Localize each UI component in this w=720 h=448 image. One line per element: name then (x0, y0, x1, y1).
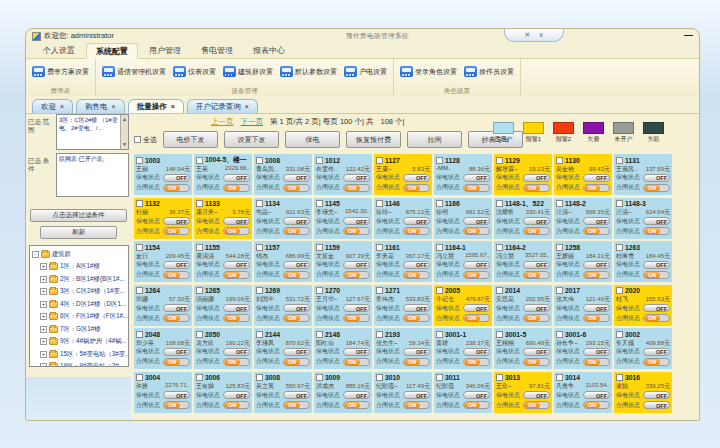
baodian-toggle[interactable] (343, 348, 370, 356)
card-checkbox[interactable] (136, 244, 143, 251)
ribbon-button[interactable]: 登录角色设置 (398, 63, 459, 80)
tree-item-2[interactable]: +2区：B区1#楼(B区1#... (32, 273, 128, 286)
meter-card[interactable]: 1159文富金907.39元保电状态合闸状态 (314, 241, 372, 282)
card-checkbox[interactable] (256, 374, 263, 381)
meter-card[interactable]: 1133康月美~3.78元保电状态合闸状态 (194, 198, 252, 239)
meter-card[interactable]: 1258王媛丽184.31元保电状态合闸状态 (554, 241, 612, 282)
ribbon-button[interactable]: 户电设置 (342, 63, 389, 80)
baodian-toggle[interactable] (163, 391, 190, 399)
card-checkbox[interactable] (376, 200, 383, 207)
card-checkbox[interactable] (256, 200, 263, 207)
meter-card[interactable]: 2017张大伟121.40元保电状态合闸状态 (554, 285, 612, 326)
doc-tab-2[interactable]: 购售电× (76, 99, 125, 113)
tab-close-icon[interactable]: × (112, 103, 116, 110)
card-checkbox[interactable] (436, 331, 443, 338)
baodian-toggle[interactable] (343, 304, 370, 312)
card-checkbox[interactable] (436, 374, 443, 381)
menu-tab-5[interactable]: 报表中心 (244, 43, 294, 58)
hezha-toggle[interactable] (643, 358, 670, 366)
tree-item-7[interactable]: +9区：4#锅炉房（4#锅... (32, 336, 128, 349)
meter-card[interactable]: 1148-1、522沈耀铁330.41元保电状态合闸状态 (494, 198, 552, 239)
meter-card[interactable]: 2048郑少英108.68元保电状态合闸状态 (134, 328, 192, 369)
hezha-toggle[interactable] (343, 227, 370, 235)
meter-card[interactable]: 1270王月华~127.67元保电状态合闸状态 (314, 285, 372, 326)
meter-card[interactable]: 1148-3汪清~624.64元保电状态合闸状态 (614, 198, 672, 239)
building-tree[interactable]: -建筑群+1区：A区1#楼+2区：B区1#楼(B区1#...+3区：C区2#楼（… (29, 245, 129, 367)
range-scrollbar[interactable]: ▲▼ (120, 115, 128, 149)
card-checkbox[interactable] (196, 244, 203, 251)
card-checkbox[interactable] (496, 374, 503, 381)
hezha-toggle[interactable] (163, 184, 190, 192)
card-checkbox[interactable] (316, 374, 323, 381)
card-checkbox[interactable] (196, 374, 203, 381)
selected-condition-box[interactable]: 联网表:已开户表; (56, 153, 129, 197)
baodian-toggle[interactable] (343, 391, 370, 399)
baodian-toggle[interactable] (523, 174, 550, 182)
baodian-toggle[interactable] (163, 348, 190, 356)
hezha-toggle[interactable] (583, 358, 610, 366)
expand-icon[interactable]: + (40, 301, 47, 308)
card-checkbox[interactable] (616, 374, 623, 381)
card-checkbox[interactable] (556, 157, 563, 164)
meter-card[interactable]: 1130吴金艳99.43元保电状态合闸状态 (554, 154, 612, 195)
baodian-toggle[interactable] (163, 261, 190, 269)
hezha-toggle[interactable] (463, 358, 490, 366)
card-checkbox[interactable] (616, 331, 623, 338)
meter-card[interactable]: 3008吴之翼550.97元保电状态合闸状态 (254, 372, 312, 413)
hezha-toggle[interactable] (163, 314, 190, 322)
ribbon-button[interactable]: 仪表设置 (171, 63, 218, 80)
card-checkbox[interactable] (316, 244, 323, 251)
baodian-toggle[interactable] (283, 261, 310, 269)
baodian-toggle[interactable] (643, 217, 670, 225)
meter-card[interactable]: 3011纪彩霞346.06元保电状态合闸状态 (434, 372, 492, 413)
ribbon-button[interactable]: 默认参数设置 (278, 63, 339, 80)
meter-card[interactable]: 1148-2汪清~568.35元保电状态合闸状态 (554, 198, 612, 239)
baodian-toggle[interactable] (583, 261, 610, 269)
prev-page-link[interactable]: 上一页 (211, 117, 234, 127)
hezha-toggle[interactable] (463, 227, 490, 235)
card-checkbox[interactable] (256, 287, 263, 294)
card-checkbox[interactable] (376, 244, 383, 251)
baodian-toggle[interactable] (523, 391, 550, 399)
ribbon-button[interactable]: 建筑群设置 (221, 63, 275, 80)
baodian-toggle[interactable] (403, 261, 430, 269)
baodian-toggle[interactable] (283, 304, 310, 312)
hezha-toggle[interactable] (643, 401, 670, 409)
tree-item-3[interactable]: +3区：C区2#楼（1#变... (32, 286, 128, 299)
doc-tab-3[interactable]: 批量操作× (128, 99, 184, 113)
hezha-toggle[interactable] (403, 227, 430, 235)
baodian-toggle[interactable] (583, 348, 610, 356)
hezha-toggle[interactable] (523, 271, 550, 279)
baodian-toggle[interactable] (223, 391, 250, 399)
hezha-toggle[interactable] (163, 401, 190, 409)
scroll-down-icon[interactable]: ▼ (122, 141, 127, 148)
meter-card[interactable]: 1265汤丽娜199.09元保电状态合闸状态 (194, 285, 252, 326)
meter-card[interactable]: 1145李瑾先~1542.30..保电状态合闸状态 (314, 198, 372, 239)
baodian-toggle[interactable] (583, 304, 610, 312)
hezha-toggle[interactable] (163, 271, 190, 279)
select-all-checkbox[interactable] (134, 136, 141, 143)
card-checkbox[interactable] (436, 157, 443, 164)
baodian-toggle[interactable] (283, 391, 310, 399)
hezha-toggle[interactable] (283, 271, 310, 279)
hezha-toggle[interactable] (283, 227, 310, 235)
meter-card[interactable]: 1127王康~5.83元保电状态合闸状态 (374, 154, 432, 195)
card-checkbox[interactable] (256, 331, 263, 338)
tab-close-icon[interactable]: × (171, 103, 175, 110)
card-checkbox[interactable] (256, 244, 263, 251)
card-checkbox[interactable] (376, 287, 383, 294)
meter-card[interactable]: 3006王有娣125.83元保电状态合闸状态 (194, 372, 252, 413)
ribbon-button[interactable]: 通信管理机设置 (100, 63, 168, 80)
baodian-toggle[interactable] (643, 391, 670, 399)
meter-card[interactable]: 2014安思花202.95元保电状态合闸状态 (494, 285, 552, 326)
ribbon-button[interactable]: 操作员设置 (462, 63, 516, 80)
card-checkbox[interactable] (496, 244, 503, 251)
card-checkbox[interactable] (556, 244, 563, 251)
baodian-toggle[interactable] (223, 261, 250, 269)
meter-card[interactable]: 1008青岛凯..331.08元保电状态合闸状态 (254, 154, 312, 195)
baodian-toggle[interactable] (343, 261, 370, 269)
card-checkbox[interactable] (436, 244, 443, 251)
doc-tab-1[interactable]: 欢迎× (32, 99, 73, 113)
meter-card[interactable]: 1264郑娜57.30元保电状态合闸状态 (134, 285, 192, 326)
baodian-toggle[interactable] (403, 304, 430, 312)
